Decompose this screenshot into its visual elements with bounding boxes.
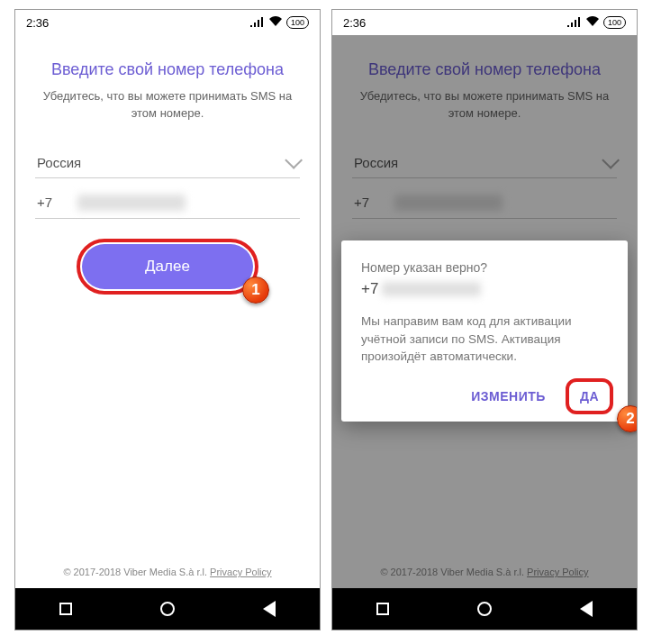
battery-indicator: 100: [603, 16, 626, 29]
nav-recent-icon[interactable]: [376, 603, 389, 615]
phone-screen-2: 2:36 100 Введите свой номер телефона Убе…: [331, 9, 638, 630]
phone-screen-1: 2:36 100 Введите свой номер телефона Убе…: [14, 9, 321, 630]
content-area: Введите свой номер телефона Убедитесь, ч…: [15, 35, 320, 588]
yes-button[interactable]: ДА: [571, 382, 608, 411]
android-navbar: [15, 588, 320, 630]
annotation-badge-1: 1: [242, 277, 269, 304]
status-bar: 2:36 100: [15, 10, 320, 35]
dialog-number-blurred: [382, 282, 481, 296]
annotation-badge-2: 2: [617, 405, 638, 432]
next-button-wrap: Далее 1: [82, 244, 253, 289]
status-time: 2:36: [26, 16, 49, 30]
footer: © 2017-2018 Viber Media S.à r.l. Privacy…: [35, 567, 300, 588]
dialog-number-prefix: +7: [361, 280, 378, 298]
edit-button[interactable]: ИЗМЕНИТЬ: [462, 382, 555, 411]
status-indicators: 100: [567, 16, 626, 30]
dialog-question: Номер указан верно?: [361, 260, 608, 275]
phone-prefix: +7: [37, 195, 52, 210]
android-navbar: [332, 588, 637, 630]
chevron-down-icon: [285, 151, 303, 169]
phone-input-row[interactable]: +7: [35, 187, 300, 219]
dialog-actions: ИЗМЕНИТЬ ДА: [361, 382, 608, 411]
status-bar: 2:36 100: [332, 10, 637, 35]
nav-home-icon[interactable]: [477, 602, 492, 616]
phone-number-blurred: [77, 195, 186, 211]
content-area: Введите свой номер телефона Убедитесь, ч…: [332, 35, 637, 588]
privacy-policy-link[interactable]: Privacy Policy: [210, 567, 271, 577]
status-time: 2:36: [343, 16, 366, 30]
wifi-icon: [585, 16, 600, 30]
copyright: © 2017-2018 Viber Media S.à r.l.: [63, 567, 207, 577]
page-subtitle: Убедитесь, что вы можете принимать SMS н…: [35, 88, 300, 122]
nav-back-icon[interactable]: [580, 601, 593, 617]
signal-icon: [567, 16, 582, 30]
wifi-icon: [268, 16, 283, 30]
yes-button-wrap: ДА: [571, 382, 608, 411]
dialog-number: +7: [361, 280, 608, 298]
next-button[interactable]: Далее: [82, 244, 253, 289]
dialog-message: Мы направим вам код для активации учётно…: [361, 313, 608, 366]
nav-back-icon[interactable]: [263, 601, 276, 617]
confirm-dialog: Номер указан верно? +7 Мы направим вам к…: [341, 240, 628, 422]
nav-recent-icon[interactable]: [59, 603, 72, 615]
country-value: Россия: [37, 155, 81, 170]
country-selector[interactable]: Россия: [35, 148, 300, 178]
status-indicators: 100: [250, 16, 309, 30]
battery-indicator: 100: [286, 16, 309, 29]
page-title: Введите свой номер телефона: [35, 60, 300, 79]
signal-icon: [250, 16, 265, 30]
nav-home-icon[interactable]: [160, 602, 175, 616]
